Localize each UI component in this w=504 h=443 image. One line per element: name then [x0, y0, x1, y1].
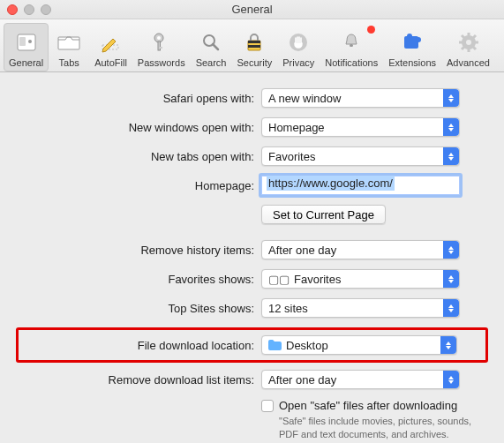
hand-icon	[284, 28, 312, 56]
stepper-arrows-icon	[443, 147, 459, 165]
tab-label: Passwords	[138, 57, 185, 68]
popup-value: Favorites	[294, 273, 341, 286]
tabs-icon	[55, 28, 83, 56]
general-pane: Safari opens with: A new window New wind…	[0, 72, 504, 443]
new-tabs-label: New tabs open with:	[16, 150, 261, 163]
gear-icon	[455, 28, 483, 56]
svg-rect-15	[350, 44, 353, 47]
svg-point-17	[416, 37, 421, 42]
new-windows-label: New windows open with:	[16, 121, 261, 134]
download-location-label: File download location:	[21, 339, 261, 352]
favorites-shows-label: Favorites shows:	[16, 273, 261, 286]
set-current-page-button[interactable]: Set to Current Page	[261, 205, 386, 224]
minimize-window-button[interactable]	[24, 4, 34, 15]
zoom-window-button[interactable]	[41, 4, 51, 15]
stepper-arrows-icon	[443, 241, 459, 259]
bell-icon	[337, 28, 365, 56]
open-safe-files-description: "Safe" files include movies, pictures, s…	[279, 415, 478, 441]
tab-autofill[interactable]: AutoFill	[89, 23, 132, 71]
tab-security[interactable]: Security	[231, 23, 277, 71]
lock-icon	[240, 28, 268, 56]
tab-label: Tabs	[59, 57, 79, 68]
tab-notifications[interactable]: Notifications	[320, 23, 383, 71]
stepper-arrows-icon	[443, 118, 459, 136]
stepper-arrows-icon	[443, 89, 459, 107]
remove-download-popup[interactable]: After one day	[261, 370, 460, 389]
download-location-popup[interactable]: Desktop	[261, 335, 457, 355]
svg-point-6	[157, 36, 161, 40]
homepage-field[interactable]: https://www.google.com/	[261, 176, 460, 195]
svg-rect-3	[58, 37, 79, 49]
tab-search[interactable]: Search	[191, 23, 232, 71]
stepper-arrows-icon	[443, 299, 459, 317]
open-safe-files-label: Open "safe" files after downloading	[279, 399, 457, 412]
book-icon: ▢▢	[268, 273, 290, 286]
svg-line-10	[213, 44, 218, 49]
tab-label: Search	[196, 57, 227, 68]
svg-rect-7	[158, 41, 161, 50]
homepage-label: Homepage:	[16, 179, 261, 192]
window-title: General	[0, 3, 504, 16]
svg-point-2	[28, 40, 32, 43]
popup-value: 12 sites	[268, 302, 308, 315]
svg-line-28	[473, 35, 476, 38]
svg-point-14	[290, 34, 307, 51]
popup-value: Homepage	[268, 121, 325, 134]
tab-passwords[interactable]: Passwords	[132, 23, 191, 71]
stepper-arrows-icon	[440, 336, 456, 354]
tab-general[interactable]: General	[4, 23, 49, 71]
svg-point-18	[407, 34, 412, 39]
tab-label: AutoFill	[94, 57, 127, 68]
safari-opens-popup[interactable]: A new window	[261, 88, 460, 108]
favorites-shows-popup[interactable]: ▢▢ Favorites	[261, 269, 460, 289]
svg-rect-12	[248, 41, 260, 43]
tab-label: Notifications	[325, 57, 378, 68]
open-safe-files-checkbox[interactable]	[261, 400, 274, 412]
remove-history-label: Remove history items:	[16, 244, 261, 257]
tab-privacy[interactable]: Privacy	[277, 23, 320, 71]
tab-label: Advanced	[447, 57, 490, 68]
tab-advanced[interactable]: Advanced	[441, 23, 495, 71]
stepper-arrows-icon	[443, 371, 459, 388]
window-controls	[7, 4, 51, 15]
preferences-toolbar: General Tabs AutoFill Passwords Search S…	[0, 19, 504, 72]
svg-line-26	[473, 47, 476, 49]
switch-icon	[12, 28, 41, 56]
new-windows-popup[interactable]: Homepage	[261, 117, 460, 137]
folder-icon	[268, 340, 282, 350]
popup-value: A new window	[268, 92, 341, 105]
remove-history-popup[interactable]: After one day	[261, 240, 460, 259]
popup-value: Favorites	[268, 150, 315, 163]
notification-badge	[367, 26, 375, 34]
tab-extensions[interactable]: Extensions	[383, 23, 441, 71]
tab-label: General	[9, 57, 43, 68]
search-icon	[197, 28, 225, 56]
tab-label: Privacy	[282, 57, 314, 68]
popup-value: After one day	[268, 244, 336, 257]
new-tabs-popup[interactable]: Favorites	[261, 146, 460, 166]
key-icon	[147, 28, 176, 56]
highlight-annotation: File download location: Desktop	[16, 327, 488, 363]
puzzle-icon	[398, 28, 426, 56]
title-bar: General	[0, 0, 504, 19]
tab-tabs[interactable]: Tabs	[49, 23, 89, 71]
svg-line-25	[462, 35, 464, 38]
pencil-icon	[96, 28, 124, 56]
safari-opens-label: Safari opens with:	[16, 92, 261, 105]
svg-rect-1	[19, 37, 26, 46]
svg-rect-8	[160, 47, 162, 49]
top-sites-popup[interactable]: 12 sites	[261, 298, 460, 318]
tab-label: Extensions	[388, 57, 436, 68]
svg-point-20	[466, 40, 471, 45]
popup-value: Desktop	[286, 339, 328, 352]
tab-label: Security	[237, 57, 272, 68]
popup-value: After one day	[268, 373, 336, 387]
svg-line-27	[462, 47, 464, 49]
close-window-button[interactable]	[7, 4, 18, 15]
remove-download-label: Remove download list items:	[16, 373, 261, 387]
svg-rect-13	[248, 45, 260, 48]
top-sites-label: Top Sites shows:	[16, 302, 261, 315]
homepage-value: https://www.google.com/	[267, 176, 395, 191]
stepper-arrows-icon	[443, 270, 459, 288]
